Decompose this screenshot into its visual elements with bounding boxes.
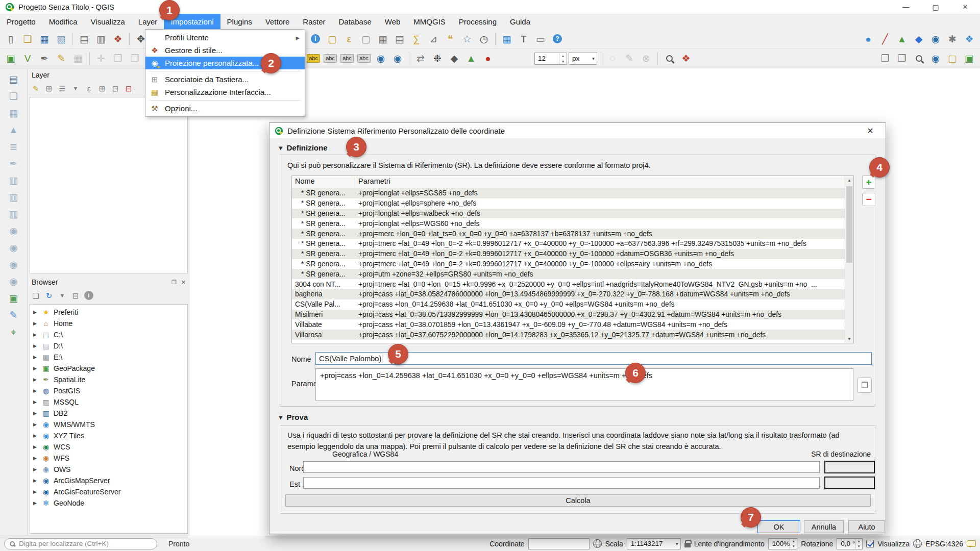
osm-download[interactable]: ⇄ — [413, 51, 428, 66]
crs-table-row[interactable]: * SR genera...+proj=longlat +ellps=SGS85… — [292, 188, 845, 198]
menu-item-options[interactable]: ⚒Opzioni... — [145, 102, 305, 115]
extents-globe-icon[interactable] — [593, 539, 602, 548]
menu-plugins[interactable]: Plugins — [220, 14, 259, 29]
crs-table-row[interactable]: * SR genera...+proj=longlat +ellps=spher… — [292, 198, 845, 209]
collapse-all[interactable]: ⊟ — [109, 82, 121, 94]
annotation-pencil[interactable]: ✎ — [622, 51, 637, 66]
expander-icon[interactable] — [33, 321, 38, 326]
browser-item-db2[interactable]: ▥DB2 — [30, 408, 187, 419]
add-raster-layer[interactable]: ▦ — [7, 106, 21, 119]
vector-line-tool[interactable]: ╱ — [877, 31, 893, 46]
measure-line[interactable]: ⊿ — [426, 31, 441, 46]
expander-icon[interactable] — [33, 433, 38, 438]
locator-search-input[interactable]: Digita per localizzare (Ctrl+K) — [4, 538, 157, 549]
expander-icon[interactable] — [33, 500, 38, 506]
expander-icon[interactable] — [33, 399, 38, 405]
scale-combo[interactable]: 1:1143217 — [627, 538, 681, 549]
browser-item-wfs[interactable]: ◉WFS — [30, 453, 187, 464]
new-bookmark[interactable]: ☆ — [459, 31, 475, 46]
menu-progetto[interactable]: Progetto — [0, 14, 42, 29]
browser-item-home[interactable]: ⌂Home — [30, 318, 187, 329]
units-combo[interactable]: px — [569, 53, 597, 65]
browser-item-arcgis-feature-server[interactable]: ◉ArcGisFeatureServer — [30, 486, 187, 497]
browser-item-favorites[interactable]: ★Preferiti — [30, 307, 187, 318]
undock-icon[interactable]: ❐ — [172, 279, 177, 286]
select-extent[interactable]: ▢ — [945, 51, 960, 66]
select-features[interactable]: ▢ — [325, 31, 340, 46]
highlight-labels[interactable]: abc — [356, 51, 372, 66]
add-delimited-text-layer[interactable]: ≣ — [7, 140, 21, 153]
browser-item-xyz-tiles[interactable]: ◉XYZ Tiles — [30, 430, 187, 441]
menu-web[interactable]: Web — [378, 14, 407, 29]
crs-table-row[interactable]: Misilmeri+proj=cass +lat_0=38.0571339299… — [292, 310, 845, 320]
crs-status-text[interactable]: EPSG:4326 — [925, 540, 963, 548]
expander-icon[interactable] — [33, 456, 38, 461]
expander-icon[interactable] — [33, 422, 38, 427]
table-scrollbar[interactable]: ▲ ▼ — [845, 176, 853, 343]
zoom-search[interactable] — [911, 51, 926, 66]
text-annotation[interactable]: T — [516, 31, 531, 46]
osm-import[interactable]: ❉ — [430, 51, 445, 66]
expander-icon[interactable] — [33, 343, 38, 348]
maximize-button[interactable] — [921, 0, 950, 14]
field-calculator[interactable]: ▤ — [392, 31, 407, 46]
pin-labels[interactable]: abc — [339, 51, 355, 66]
crs-table-row[interactable]: Villarosa+proj=cass +lat_0=37.6075229200… — [292, 330, 845, 340]
collapse-all-browser[interactable]: ⊟ — [69, 289, 82, 302]
add-vector-layer[interactable]: ❏ — [7, 89, 21, 103]
help-contents[interactable]: ? — [550, 31, 565, 46]
spin-down-icon[interactable] — [790, 544, 797, 549]
add-selected-layers[interactable]: ❏ — [30, 289, 42, 302]
new-geopackage[interactable]: ▣ — [7, 291, 21, 305]
dem-terrain-tool[interactable]: ▲ — [463, 51, 479, 66]
expander-icon[interactable] — [33, 366, 38, 371]
map-tips[interactable]: ❝ — [443, 31, 458, 46]
menu-vettore[interactable]: Vettore — [259, 14, 297, 29]
font-size-spin[interactable]: 12 — [534, 53, 567, 65]
magnifier-spin[interactable]: 100% — [768, 538, 798, 549]
manage-map-themes[interactable]: ☰ — [56, 82, 68, 94]
move-label-globe[interactable]: ◉ — [373, 51, 388, 66]
refresh-browser[interactable]: ↻ — [43, 289, 55, 302]
crs-table-row[interactable]: * SR genera...+proj=tmerc +lat_0=49 +lon… — [292, 249, 845, 259]
new-shapefile-layer[interactable]: V — [20, 51, 35, 66]
paste-features[interactable]: ❐ — [127, 51, 142, 66]
paste-style[interactable]: ❐ — [894, 51, 910, 66]
expander-icon[interactable] — [33, 355, 38, 360]
east-input[interactable] — [303, 477, 820, 489]
dialog-titlebar[interactable]: Definizione Sistema Riferimento Personal… — [270, 123, 886, 138]
open-project[interactable]: ❏ — [20, 31, 35, 46]
geometry-checker[interactable]: ◆ — [911, 31, 926, 46]
add-spatialite-layer[interactable]: ✒ — [7, 157, 21, 170]
menu-visualizza[interactable]: Visualizza — [84, 14, 132, 29]
expander-icon[interactable] — [33, 444, 38, 449]
add-mesh-layer[interactable]: ▲ — [7, 123, 21, 136]
search-layers[interactable] — [662, 51, 677, 66]
menu-item-user-profiles[interactable]: Profili Utente — [145, 31, 305, 44]
remove-layer[interactable]: ⊟ — [122, 82, 135, 94]
add-oracle-layer[interactable]: ▥ — [7, 207, 21, 220]
expander-icon[interactable] — [33, 310, 38, 315]
identify-features[interactable]: i — [308, 31, 323, 46]
scrollbar-thumb[interactable] — [846, 186, 852, 263]
browser-item-ows[interactable]: ◉OWS — [30, 464, 187, 475]
crs-status-icon[interactable] — [913, 539, 922, 548]
crs-table-row[interactable]: bagheria+proj=cass +lat_0=38.05824786000… — [292, 289, 845, 299]
expander-icon[interactable] — [33, 377, 38, 382]
copy-style[interactable]: ❐ — [877, 51, 893, 66]
minimize-button[interactable] — [891, 0, 921, 14]
spin-down-icon[interactable] — [855, 544, 862, 549]
crs-table-row[interactable]: * SR genera...+proj=tmerc +lat_0=49 +lon… — [292, 259, 845, 269]
help-button[interactable]: Aiuto — [848, 520, 885, 533]
statistics-summary[interactable]: ∑ — [409, 31, 424, 46]
column-header-nome[interactable]: Nome — [292, 176, 355, 188]
crs-table-row[interactable]: 3004 con NT...+proj=tmerc +lat_0=0 +lon_… — [292, 279, 845, 289]
crs-table-row[interactable]: CS(Valle Pal...+proj=cass +lon_0=14.2596… — [292, 299, 845, 310]
browser-item-wcs[interactable]: ◉WCS — [30, 441, 187, 453]
filter-browser[interactable]: ▼ — [56, 289, 68, 302]
crs-table-row[interactable]: Villabate+proj=cass +lat_0=38.0701859 +l… — [292, 319, 845, 330]
close-button[interactable] — [950, 0, 980, 14]
expand-all[interactable]: ⊞ — [96, 82, 108, 94]
ok-button[interactable]: OK — [757, 520, 800, 533]
open-layer-styling[interactable]: ✎ — [30, 82, 42, 94]
